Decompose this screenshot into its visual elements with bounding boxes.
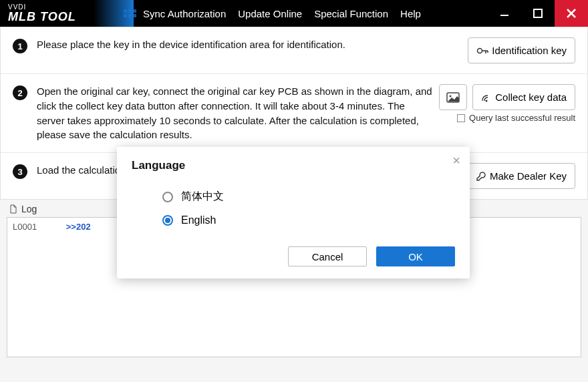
cancel-button[interactable]: Cancel [288, 246, 367, 266]
menu-help[interactable]: Help [400, 8, 421, 19]
svg-rect-1 [534, 9, 542, 17]
radio-icon [162, 192, 173, 202]
menu-special[interactable]: Special Function [314, 8, 388, 19]
step-number: 3 [13, 164, 27, 179]
step-text: Open the original car key, connect the o… [37, 84, 439, 142]
diagram-button[interactable] [439, 84, 467, 110]
app-logo: VVDI MLB TOOL [0, 0, 134, 27]
language-dialog: × Language 简体中文 English Cancel OK [117, 147, 470, 278]
main-menu: Sync Authorization Update Online Special… [134, 8, 421, 19]
make-dealer-key-button[interactable]: Make Dealer Key [467, 163, 575, 189]
dialog-close-button[interactable]: × [452, 154, 460, 167]
language-option-en[interactable]: English [132, 209, 455, 232]
svg-point-10 [486, 100, 488, 102]
menu-sync[interactable]: Sync Authorization [143, 8, 226, 19]
wrench-icon [476, 171, 486, 182]
identification-key-button[interactable]: Identification key [468, 37, 575, 63]
checkbox-icon [457, 114, 465, 122]
minimize-button[interactable] [488, 0, 521, 27]
language-option-zh[interactable]: 简体中文 [132, 184, 455, 209]
radio-icon [162, 215, 173, 226]
titlebar: VVDI MLB TOOL Sync Authorization Update … [0, 0, 588, 27]
dialog-title: Language [132, 159, 455, 172]
step-row: 1 Please place the key in the device ide… [1, 27, 587, 74]
step-number: 2 [13, 85, 27, 100]
collect-key-data-button[interactable]: Collect key data [472, 84, 575, 110]
ok-button[interactable]: OK [376, 246, 455, 266]
maximize-button[interactable] [521, 0, 555, 27]
key-icon [476, 46, 488, 55]
signal-icon [481, 93, 492, 102]
document-icon [9, 204, 17, 214]
menu-update[interactable]: Update Online [238, 8, 302, 19]
image-icon [446, 92, 460, 103]
query-last-result-checkbox[interactable]: Query last successful result [457, 113, 575, 123]
svg-point-9 [450, 95, 452, 97]
step-number: 1 [13, 39, 27, 53]
step-text: Please place the key in the device ident… [37, 37, 468, 52]
svg-point-4 [478, 48, 482, 53]
close-button[interactable] [555, 0, 588, 27]
step-row: 2 Open the original car key, connect the… [1, 74, 587, 153]
logo-bottom: MLB TOOL [8, 11, 76, 23]
